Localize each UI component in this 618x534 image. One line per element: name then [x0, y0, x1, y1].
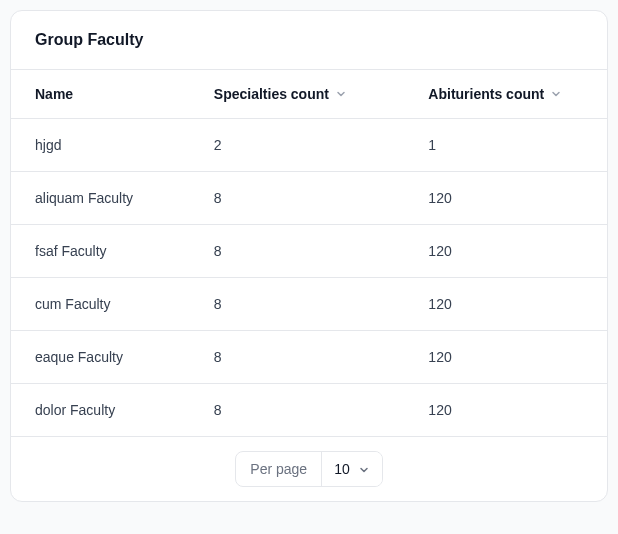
cell-specialties: 8: [190, 278, 405, 331]
cell-abiturients: 120: [404, 331, 607, 384]
cell-specialties: 8: [190, 172, 405, 225]
card-title: Group Faculty: [35, 31, 583, 49]
table-body: hjgd 2 1 aliquam Faculty 8 120 fsaf Facu…: [11, 119, 607, 437]
cell-specialties: 8: [190, 225, 405, 278]
card-footer: Per page 10: [11, 437, 607, 501]
group-faculty-card: Group Faculty Name Specialties count: [10, 10, 608, 502]
table-row: aliquam Faculty 8 120: [11, 172, 607, 225]
cell-name: aliquam Faculty: [11, 172, 190, 225]
per-page-value: 10: [334, 461, 350, 477]
table-row: cum Faculty 8 120: [11, 278, 607, 331]
cell-specialties: 8: [190, 384, 405, 437]
chevron-down-icon: [358, 463, 370, 475]
per-page-label: Per page: [236, 452, 322, 486]
cell-name: dolor Faculty: [11, 384, 190, 437]
chevron-down-icon: [550, 88, 562, 100]
cell-name: eaque Faculty: [11, 331, 190, 384]
column-header-abiturients-label: Abiturients count: [428, 86, 544, 102]
table-row: hjgd 2 1: [11, 119, 607, 172]
cell-name: fsaf Faculty: [11, 225, 190, 278]
cell-specialties: 2: [190, 119, 405, 172]
cell-abiturients: 120: [404, 172, 607, 225]
table-row: dolor Faculty 8 120: [11, 384, 607, 437]
column-header-name: Name: [11, 70, 190, 119]
cell-abiturients: 1: [404, 119, 607, 172]
column-header-abiturients[interactable]: Abiturients count: [404, 70, 607, 119]
column-header-name-label: Name: [35, 86, 73, 102]
per-page-control: Per page 10: [235, 451, 382, 487]
faculty-table: Name Specialties count Abiturients count: [11, 69, 607, 437]
table-row: eaque Faculty 8 120: [11, 331, 607, 384]
column-header-specialties[interactable]: Specialties count: [190, 70, 405, 119]
cell-abiturients: 120: [404, 278, 607, 331]
card-header: Group Faculty: [11, 11, 607, 69]
column-header-specialties-label: Specialties count: [214, 86, 329, 102]
cell-specialties: 8: [190, 331, 405, 384]
cell-abiturients: 120: [404, 384, 607, 437]
cell-name: cum Faculty: [11, 278, 190, 331]
cell-name: hjgd: [11, 119, 190, 172]
chevron-down-icon: [335, 88, 347, 100]
per-page-select[interactable]: 10: [322, 452, 382, 486]
table-row: fsaf Faculty 8 120: [11, 225, 607, 278]
cell-abiturients: 120: [404, 225, 607, 278]
